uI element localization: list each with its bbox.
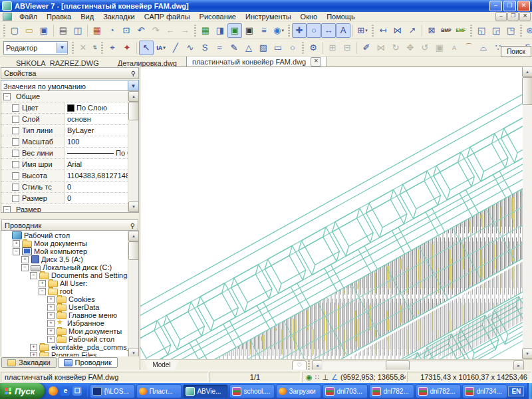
scroll-down-icon[interactable]: ▼ (128, 201, 139, 212)
zoom-window-button[interactable]: ⊡ (119, 23, 134, 38)
wrench-icon[interactable]: ⚙ (306, 41, 321, 55)
image-button[interactable]: ▣ (432, 41, 447, 55)
tree-expander[interactable]: + (13, 240, 20, 247)
vertical-scrollbar[interactable]: ▲ ▼ (523, 66, 532, 359)
ortho-icon[interactable]: ⊥ (323, 373, 329, 382)
scroll-up-icon[interactable]: ▲ (128, 231, 139, 241)
section-expander[interactable] (12, 195, 19, 202)
property-row[interactable]: Цвет По Слою (1, 102, 128, 114)
menu-item[interactable]: Вид (76, 12, 98, 21)
property-value[interactable]: По Слою (65, 104, 128, 112)
grid-icon[interactable]: ∷ (315, 373, 320, 382)
tree-item[interactable]: Рабочий стол (1, 231, 128, 239)
spline-tool-button[interactable]: S (198, 41, 212, 55)
layers-button[interactable]: ≡ (257, 23, 271, 38)
select-cursor-button[interactable]: ↖ (139, 41, 154, 55)
calculator-button[interactable]: ⊞ (355, 23, 370, 38)
section-expander[interactable] (12, 172, 19, 180)
tree-expander[interactable]: + (47, 328, 55, 335)
sketch-tool-button[interactable]: ≈ (212, 41, 227, 55)
hatch-tool-button[interactable]: ▨ (256, 41, 271, 55)
property-value[interactable]: Arial (65, 160, 128, 168)
polygon-tool-button[interactable]: △ (241, 41, 256, 55)
toolbar-handle[interactable] (288, 25, 290, 37)
property-row[interactable]: Тип лини ByLayer (1, 125, 128, 136)
tree-expander[interactable]: + (39, 280, 46, 287)
property-value[interactable]: основн (65, 115, 128, 123)
section-expander[interactable]: − (3, 206, 11, 213)
property-value[interactable]: 100 (65, 138, 128, 146)
arc-tool-button[interactable]: ⌒ (462, 41, 476, 55)
explorer-scrollbar[interactable]: ▲ ▼ (128, 231, 138, 358)
task-button[interactable]: dnl703... (323, 384, 368, 398)
property-row[interactable]: −Размер (1, 204, 128, 212)
drawing-canvas[interactable] (140, 66, 523, 360)
measure-button[interactable]: ↔ (321, 23, 336, 38)
tree-expander[interactable] (4, 233, 10, 239)
search-panel-header[interactable]: Поиск (501, 46, 531, 57)
ungroup-button[interactable]: ⊟ (340, 41, 354, 55)
back-button[interactable]: ← (163, 23, 178, 38)
tree-expander[interactable]: − (21, 264, 29, 271)
tree-expander[interactable]: − (13, 248, 20, 255)
copy-rotate-button[interactable]: ↺ (418, 41, 432, 55)
separator[interactable] (356, 42, 357, 54)
properties-scrollbar[interactable]: ▲ ▼ (128, 91, 138, 212)
edit-entity-button[interactable]: ✐ (359, 41, 374, 55)
arc2-tool-button[interactable]: ⌓ (476, 41, 491, 55)
section-expander[interactable] (12, 184, 19, 191)
language-indicator[interactable]: EN (508, 386, 524, 396)
toolbar-handle[interactable] (72, 42, 74, 54)
text-tool-button[interactable]: A (336, 23, 350, 38)
tree-item[interactable]: + Рабочий стол (1, 335, 128, 343)
property-row[interactable]: Высота 1104383,68127148 (1, 170, 128, 182)
property-row[interactable]: Слой основн (1, 114, 128, 125)
separator[interactable] (87, 25, 88, 37)
toolbar-handle[interactable] (372, 25, 374, 37)
ie-icon[interactable]: e (61, 386, 70, 396)
start-button[interactable]: Пуск (0, 383, 45, 399)
property-row[interactable]: Имя шри Arial (1, 159, 128, 170)
group-button[interactable]: ⊞ (325, 41, 340, 55)
tree-expander[interactable]: + (30, 344, 37, 351)
scroll-up-icon[interactable]: ▲ (128, 91, 139, 102)
view-green-button[interactable]: ▣ (227, 23, 242, 38)
scroll-down-icon[interactable]: ▼ (522, 348, 532, 359)
task-button[interactable]: Загрузки (276, 384, 321, 398)
tree-expander[interactable]: + (47, 312, 55, 319)
toolbar-handle[interactable] (302, 42, 304, 54)
property-row[interactable]: Стиль тс 0 (1, 182, 128, 193)
palette-button[interactable]: ▦ (90, 23, 104, 38)
dim-leader-button[interactable]: ↗ (405, 23, 420, 38)
tree-expander[interactable]: + (47, 320, 55, 327)
scrollbar-thumb[interactable] (522, 77, 532, 105)
horizontal-scrollbar[interactable] (322, 360, 515, 370)
property-row[interactable]: Масштаб 100 (1, 136, 128, 148)
separator[interactable] (53, 25, 54, 37)
ellipse-tool-button[interactable]: ○ (285, 41, 300, 55)
section-expander[interactable]: − (3, 93, 11, 100)
tree-expander[interactable]: + (47, 296, 55, 303)
text-cursor-button[interactable]: ΙΑ (154, 41, 168, 55)
chevron-down-icon[interactable]: ▼ (128, 81, 138, 91)
tree-item[interactable]: + Избранное (1, 319, 128, 327)
world-view-button[interactable]: ◉ (271, 23, 286, 38)
tree-item[interactable]: − Мой компьютер (1, 247, 128, 255)
firefox-icon[interactable] (49, 386, 58, 396)
dim-linear-button[interactable]: ↤ (376, 23, 390, 38)
new-file-button[interactable]: ▢ (7, 23, 22, 38)
undo-button[interactable]: ↶ (134, 23, 148, 38)
select-region-button[interactable]: ⊠ (424, 23, 439, 38)
tree-expander[interactable]: + (47, 336, 55, 343)
scrollbar-thumb[interactable] (128, 241, 139, 260)
tree-item[interactable]: − Локальный диск (C:) (1, 263, 128, 271)
task-button[interactable]: {\\LOS... (90, 384, 135, 398)
tree-item[interactable]: − Documents and Settings (1, 271, 128, 279)
section-expander[interactable] (12, 138, 19, 146)
section-expander[interactable] (12, 161, 19, 168)
dim-aligned-button[interactable]: ⋈ (390, 23, 405, 38)
menu-item[interactable]: Рисование (195, 12, 241, 21)
scale-button[interactable]: A (447, 41, 462, 55)
child-restore-button[interactable]: ❐ (507, 12, 519, 21)
separator[interactable] (323, 42, 323, 54)
